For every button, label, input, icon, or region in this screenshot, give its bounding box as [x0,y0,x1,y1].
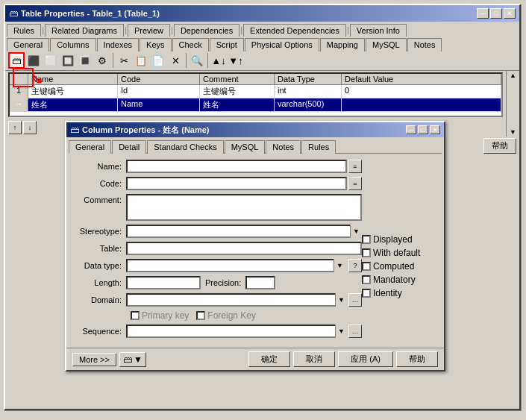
tab-keys[interactable]: Keys [140,38,171,51]
precision-input[interactable] [245,276,275,289]
tab-related-diagrams[interactable]: Related Diagrams [45,24,124,37]
datatype-select[interactable] [126,259,345,272]
main-window: 🗃 Table Properties - Table_1 (Table_1) ─… [4,4,521,410]
dialog-tab-rules[interactable]: Rules [301,140,336,154]
tab-general[interactable]: General [7,38,49,51]
domain-browse-button[interactable]: … [348,293,362,307]
close-button[interactable]: ✕ [504,8,516,19]
tab-check[interactable]: Check [172,38,209,51]
dialog-tab-mysql[interactable]: MySQL [225,140,266,154]
main-title-bar: 🗃 Table Properties - Table_1 (Table_1) ─… [5,5,519,22]
code-input[interactable] [126,177,347,190]
apply-button[interactable]: 应用 (A) [338,351,393,367]
identity-label: Identity [373,288,402,298]
domain-select[interactable] [126,293,347,307]
dialog-tab-standard-checks[interactable]: Standard Checks [147,140,223,154]
tab-indexes[interactable]: Indexes [97,38,140,51]
properties-button[interactable]: ⚙ [94,52,110,69]
header-comment: Comment [200,74,275,84]
name-expand-button[interactable]: = [348,160,362,173]
tab-script[interactable]: Script [210,38,244,51]
sequence-field-row: Sequence: ▼ … [74,325,362,338]
tab-mysql[interactable]: MySQL [366,38,407,51]
dialog-tab-general[interactable]: General [69,140,111,154]
sort-desc-button[interactable]: ▼↑ [228,52,244,69]
insert-above-button[interactable]: 🔲 [60,52,76,69]
tab-preview[interactable]: Preview [128,24,170,37]
displayed-checkbox[interactable] [362,235,371,244]
copy-button[interactable]: 📋 [133,52,149,69]
ok-button[interactable]: 确定 [248,351,290,367]
row1-name: 主键编号 [28,85,118,98]
length-label: Length: [74,278,126,287]
sequence-label: Sequence: [74,327,126,336]
name-input[interactable] [126,160,347,173]
table-row[interactable]: → 姓名 Name 姓名 varchar(500) [10,98,501,112]
foreign-key-checkbox[interactable] [196,311,205,320]
primary-key-checkbox[interactable] [131,311,140,320]
tab-columns[interactable]: Columns [50,38,96,51]
paste-button[interactable]: 📄 [150,52,166,69]
code-field-row: Code: = [74,177,362,190]
insert-below-button[interactable]: 🔳 [77,52,93,69]
scroll-up-arrow[interactable]: ▲ [510,72,516,79]
tab-notes[interactable]: Notes [407,38,442,51]
code-expand-button[interactable]: = [348,177,362,190]
add-row-button[interactable]: ⬜ [43,52,59,69]
computed-checkbox[interactable] [362,262,371,271]
dialog-tab-notes[interactable]: Notes [266,140,301,154]
identity-checkbox-row: Identity [362,288,436,298]
name-field-row: Name: = [74,160,362,173]
comment-input[interactable] [126,194,362,221]
cut-button[interactable]: ✂ [116,52,132,69]
tab-mapping[interactable]: Mapping [320,38,365,51]
sort-asc-button[interactable]: ▲↓ [210,52,227,69]
tab-physical-options[interactable]: Physical Options [245,38,319,51]
domain-field-row: Domain: ▼ … [74,293,362,307]
toolbar: 🗃 ⬛ ⬜ 🔲 🔳 ⚙ ✂ 📋 📄 ✕ 🔍 ▲↓ ▼↑ [5,51,519,71]
columns-table: Name Code Comment Data Type Default Valu… [8,72,503,117]
dialog-close-button[interactable]: ✕ [430,125,440,134]
identity-checkbox[interactable] [362,289,371,298]
dialog-tab-detail[interactable]: Detail [112,140,146,154]
vertical-scrollbar[interactable]: ▲ ▼ [506,71,519,137]
dialog-left-fields: Name: = Code: = Comment: [74,160,362,342]
row1-code: Id [118,85,200,98]
tab-version-info[interactable]: Version Info [350,24,407,37]
scroll-down-arrow[interactable]: ▼ [510,128,516,136]
more-button[interactable]: More >> [72,353,116,366]
move-down-button[interactable]: ↓ [23,121,37,134]
length-input[interactable] [126,276,201,289]
row2-code: Name [118,98,200,111]
cancel-button[interactable]: 取消 [293,351,335,367]
main-help-button[interactable]: 帮助 [483,138,516,154]
length-precision-row: Length: Precision: [74,276,362,289]
tab-rules[interactable]: Rules [7,24,41,37]
with-default-checkbox-row: With default [362,248,436,258]
with-default-checkbox[interactable] [362,248,371,257]
new-table-button[interactable]: 🗃 [8,52,25,69]
delete-button[interactable]: ✕ [167,52,184,69]
stereotype-select[interactable] [126,225,362,238]
move-up-button[interactable]: ↑ [8,121,22,134]
dialog-bottom-buttons: More >> 🗃 ▼ 确定 取消 应用 (A) 帮助 [66,348,444,370]
find-button[interactable]: 🔍 [189,52,205,69]
tab-extended-dependencies[interactable]: Extended Dependencies [243,24,346,37]
insert-row-button[interactable]: ⬛ [25,52,42,69]
comment-label: Comment: [74,194,126,204]
header-name: Name [28,74,118,84]
dialog-restore-button[interactable]: □ [418,125,428,134]
table-icon-button[interactable]: 🗃 ▼ [119,352,146,367]
sequence-browse-button[interactable]: … [348,325,362,338]
table-input[interactable] [126,242,362,255]
table-row[interactable]: 1 主键编号 Id 主键编号 int 0 [10,85,501,98]
dialog-help-button[interactable]: 帮助 [396,351,438,367]
datatype-question-button[interactable]: ? [348,259,362,272]
restore-button[interactable]: □ [490,8,502,19]
dialog-minimize-button[interactable]: ─ [406,125,416,134]
sequence-select[interactable] [126,325,347,338]
minimize-button[interactable]: ─ [477,8,489,19]
row2-default [342,98,501,111]
tab-dependencies[interactable]: Dependencies [174,24,239,37]
mandatory-checkbox[interactable] [362,275,371,284]
